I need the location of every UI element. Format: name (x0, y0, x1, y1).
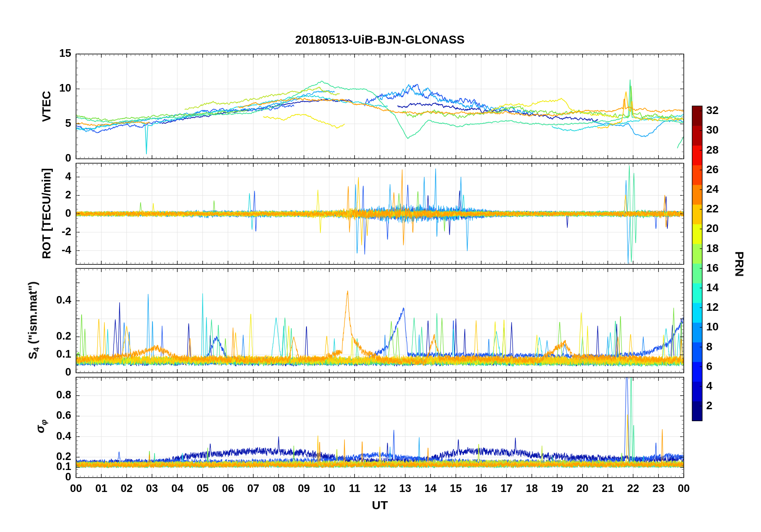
colorbar-tick-label: 24 (706, 183, 738, 196)
y-tick-label: 0.4 (33, 430, 71, 442)
colorbar-tick-label: 18 (706, 242, 738, 255)
colorbar-tick-label: 2 (706, 399, 738, 412)
x-tick-label: 00 (666, 482, 702, 495)
y-tick-label: 2 (33, 189, 71, 201)
colorbar-tick-label: 26 (706, 163, 738, 176)
colorbar-tick-label: 12 (706, 301, 738, 314)
y-tick-label: 4 (33, 170, 71, 183)
figure: 20180513-UiB-BJN-GLONASS VTEC ROT [TECU/… (0, 0, 761, 532)
y-tick-label: 5 (33, 117, 71, 130)
plot-canvas (0, 0, 761, 532)
y-tick-label: 0.4 (33, 294, 71, 306)
colorbar-tick-label: 16 (706, 262, 738, 274)
colorbar-tick-label: 22 (706, 202, 738, 215)
y-tick-label: -2 (33, 226, 71, 238)
y-tick-label: 0.2 (33, 330, 71, 342)
y-tick-label: 0.6 (33, 409, 71, 422)
y-tick-label: 10 (33, 82, 71, 94)
colorbar-tick-label: 4 (706, 380, 738, 392)
colorbar-tick-label: 32 (706, 104, 738, 117)
y-tick-label: 0 (33, 471, 71, 483)
x-axis-label: UT (76, 498, 684, 512)
colorbar-tick-label: 6 (706, 360, 738, 373)
colorbar-tick-label: 8 (706, 340, 738, 353)
colorbar-tick-label: 28 (706, 144, 738, 156)
colorbar-tick-label: 10 (706, 320, 738, 333)
y-tick-label: 0 (33, 366, 71, 378)
y-tick-label: 0 (33, 152, 71, 164)
chart-title: 20180513-UiB-BJN-GLONASS (76, 33, 684, 46)
colorbar-tick-label: 20 (706, 222, 738, 235)
y-tick-label: 0 (33, 207, 71, 220)
y-tick-label: -4 (33, 244, 71, 256)
y-tick-label: 0.8 (33, 389, 71, 401)
y-tick-label: 0.1 (33, 348, 71, 360)
colorbar-tick-label: 30 (706, 124, 738, 136)
colorbar-tick-label: 14 (706, 281, 738, 294)
y-tick-label: 15 (33, 47, 71, 60)
